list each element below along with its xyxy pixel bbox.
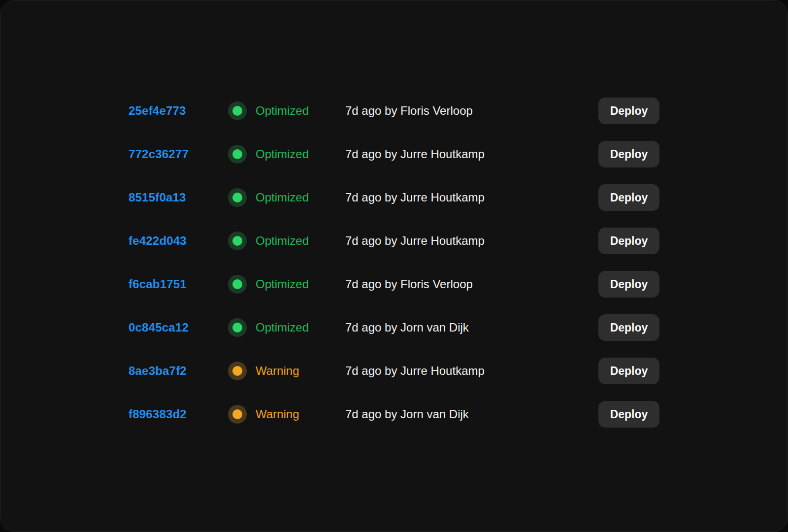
status-dot-icon bbox=[228, 405, 247, 424]
status-dot-core bbox=[232, 193, 242, 202]
commit-meta: 7d ago by Jurre Houtkamp bbox=[345, 191, 598, 204]
deploy-button[interactable]: Deploy bbox=[598, 314, 659, 341]
commit-hash-link[interactable]: f896383d2 bbox=[129, 407, 228, 421]
status-dot-icon bbox=[228, 145, 247, 164]
commit-meta: 7d ago by Jurre Houtkamp bbox=[345, 364, 598, 378]
deploy-button[interactable]: Deploy bbox=[598, 228, 659, 254]
status-dot-core bbox=[232, 323, 242, 332]
table-row: 8515f0a13 Optimized 7d ago by Jurre Hout… bbox=[129, 176, 659, 219]
status-label: Optimized bbox=[256, 191, 309, 204]
deploy-button[interactable]: Deploy bbox=[598, 184, 659, 211]
status-dot-core bbox=[232, 279, 242, 289]
commit-meta: 7d ago by Jorn van Dijk bbox=[345, 407, 598, 421]
table-row: 25ef4e773 Optimized 7d ago by Floris Ver… bbox=[129, 89, 659, 133]
commit-meta: 7d ago by Jurre Houtkamp bbox=[345, 147, 598, 161]
commit-hash-link[interactable]: f6cab1751 bbox=[129, 277, 228, 291]
status-dot-icon bbox=[228, 318, 247, 337]
commit-hash-link[interactable]: 8ae3ba7f2 bbox=[129, 364, 228, 378]
commit-hash-link[interactable]: 772c36277 bbox=[129, 147, 228, 161]
commit-meta: 7d ago by Jorn van Dijk bbox=[345, 321, 598, 334]
status-dot-icon bbox=[228, 232, 247, 250]
status-dot-icon bbox=[228, 188, 247, 207]
status-label: Warning bbox=[256, 364, 299, 378]
deploy-button[interactable]: Deploy bbox=[598, 401, 659, 428]
deployments-list: 25ef4e773 Optimized 7d ago by Floris Ver… bbox=[0, 0, 788, 436]
commit-meta: 7d ago by Floris Verloop bbox=[345, 104, 598, 118]
table-row: fe422d043 Optimized 7d ago by Jurre Hout… bbox=[129, 219, 659, 263]
status-dot-icon bbox=[228, 275, 247, 294]
status-label: Optimized bbox=[256, 234, 309, 248]
status-dot-core bbox=[232, 409, 242, 419]
commit-hash-link[interactable]: fe422d043 bbox=[129, 234, 228, 248]
table-row: 772c36277 Optimized 7d ago by Jurre Hout… bbox=[129, 133, 659, 176]
status-badge: Optimized bbox=[228, 275, 345, 294]
status-dot-icon bbox=[228, 101, 247, 120]
status-dot-icon bbox=[228, 362, 247, 380]
status-badge: Optimized bbox=[228, 101, 345, 120]
status-dot-core bbox=[232, 236, 242, 246]
status-badge: Optimized bbox=[228, 318, 345, 337]
deploy-button[interactable]: Deploy bbox=[598, 358, 659, 384]
table-row: 0c845ca12 Optimized 7d ago by Jorn van D… bbox=[129, 306, 659, 349]
commit-hash-link[interactable]: 8515f0a13 bbox=[129, 191, 228, 204]
status-badge: Optimized bbox=[228, 232, 345, 250]
deploy-button[interactable]: Deploy bbox=[598, 271, 659, 298]
status-label: Optimized bbox=[256, 147, 309, 161]
commit-meta: 7d ago by Jurre Houtkamp bbox=[345, 234, 598, 248]
status-badge: Warning bbox=[228, 405, 345, 424]
status-label: Optimized bbox=[256, 104, 309, 118]
status-badge: Optimized bbox=[228, 145, 345, 164]
status-dot-core bbox=[232, 106, 242, 116]
commit-meta: 7d ago by Floris Verloop bbox=[345, 277, 598, 291]
table-row: 8ae3ba7f2 Warning 7d ago by Jurre Houtka… bbox=[129, 349, 659, 393]
commit-hash-link[interactable]: 25ef4e773 bbox=[129, 104, 228, 118]
status-label: Optimized bbox=[256, 277, 309, 291]
table-row: f896383d2 Warning 7d ago by Jorn van Dij… bbox=[129, 393, 659, 436]
status-label: Optimized bbox=[256, 321, 309, 334]
deploy-button[interactable]: Deploy bbox=[598, 141, 659, 167]
status-label: Warning bbox=[256, 407, 299, 421]
commit-hash-link[interactable]: 0c845ca12 bbox=[129, 321, 228, 334]
deploy-button[interactable]: Deploy bbox=[598, 98, 659, 124]
deployments-panel: 25ef4e773 Optimized 7d ago by Floris Ver… bbox=[0, 0, 788, 532]
status-badge: Warning bbox=[228, 362, 345, 380]
status-dot-core bbox=[232, 366, 242, 376]
table-row: f6cab1751 Optimized 7d ago by Floris Ver… bbox=[129, 263, 659, 306]
status-dot-core bbox=[232, 149, 242, 159]
status-badge: Optimized bbox=[228, 188, 345, 207]
